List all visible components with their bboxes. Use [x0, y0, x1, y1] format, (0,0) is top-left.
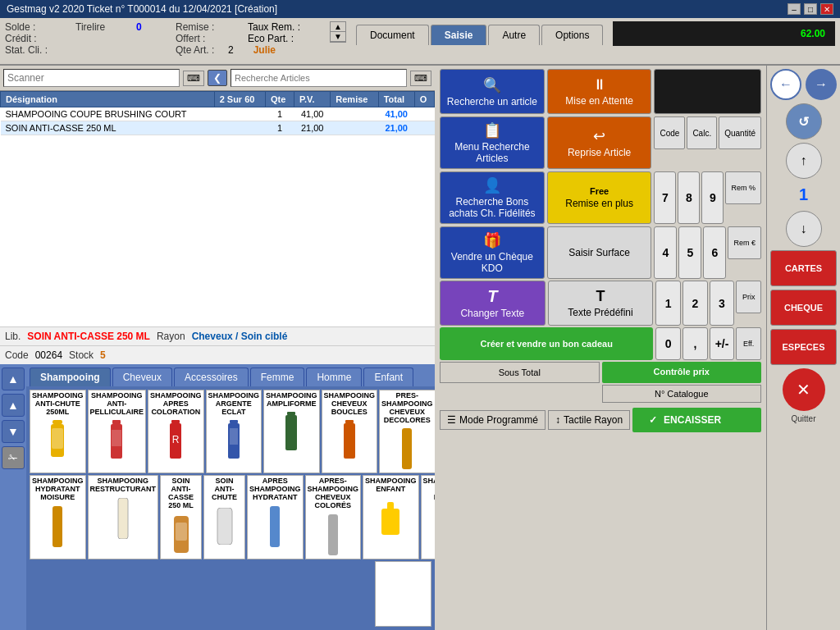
btn-recherche-article[interactable]: 🔍 Recherche un article — [440, 69, 545, 114]
header-tabs[interactable]: Document Saisie Autre Options — [353, 21, 606, 45]
svg-rect-3 — [112, 420, 121, 424]
row1-2sur60 — [214, 107, 265, 121]
quitter-button[interactable]: ✕ — [783, 368, 825, 411]
table-row[interactable]: SHAMPOOING COUPE BRUSHING COURT 1 41,00 … — [1, 107, 435, 121]
header-scroll[interactable]: ▲ ▼ — [330, 21, 346, 43]
num-4[interactable]: 4 — [654, 226, 677, 279]
tab-homme[interactable]: Homme — [306, 368, 362, 386]
catalog-item-hydratant[interactable]: SHAMPOOING HYDRATANT MOISURE — [30, 475, 86, 559]
catalog-item-restructurant[interactable]: SHAMPOOING RESTRUCTURANT — [88, 475, 159, 559]
catalog-item-pres-shampooing[interactable]: PRES-SHAMPOOING CHEVEUX DECOLORES — [379, 390, 435, 474]
catalog-item-apres-colores[interactable]: APRES-SHAMPOOING CHEVEUX COLORÉS — [305, 475, 362, 559]
catalog-item-cheveux-boucles[interactable]: SHAMPOOING CHEVEUX BOUCLES — [322, 390, 378, 474]
quantite-button[interactable]: Quantité — [719, 116, 761, 149]
btn-mise-en-attente[interactable]: ⏸ Mise en Attente — [547, 69, 652, 114]
prix-button[interactable]: Prix — [736, 281, 761, 313]
btn-saisir-surface[interactable]: Saisir Surface — [547, 226, 652, 279]
btn-label: Changer Texte — [460, 308, 524, 319]
scroll-up-button[interactable]: ▲ — [331, 22, 345, 32]
btn-recherche-bons[interactable]: 👤 Recherche Bons achats Ch. Fidélités — [440, 171, 545, 224]
catalog-item-shamp-enfant[interactable]: SHAMPOOING ENFANT — [363, 475, 419, 559]
minimize-button[interactable]: – — [788, 3, 801, 15]
articles-keyboard-button[interactable]: ⌨ — [410, 71, 431, 86]
catalog-row-3: Vendeurs(es) Par Ligne — [30, 561, 431, 627]
btn-cadeau[interactable]: Créer et vendre un bon cadeau — [440, 327, 653, 360]
nav-up2-button[interactable]: ▲ — [2, 394, 25, 417]
num-1[interactable]: 1 — [655, 281, 681, 326]
num-8[interactable]: 8 — [678, 171, 700, 224]
nav-up-button[interactable]: ↑ — [786, 143, 822, 179]
tab-femme[interactable]: Femme — [250, 368, 305, 386]
nav-right-button[interactable]: → — [806, 69, 837, 100]
btn-n-catalogue[interactable]: N° Catalogue — [602, 385, 762, 403]
tab-cheveux[interactable]: Cheveux — [112, 368, 172, 386]
num-2[interactable]: 2 — [682, 281, 708, 326]
catalog-item-anti-chute[interactable]: SHAMPOOING ANTI-CHUTE 250ML — [30, 390, 86, 474]
code-button[interactable]: Code — [654, 116, 685, 149]
tab-autre[interactable]: Autre — [488, 25, 540, 45]
catalog-tabs[interactable]: Shampooing Cheveux Accessoires Femme Hom… — [26, 364, 435, 386]
nav-down-button[interactable]: ↓ — [786, 211, 822, 247]
svg-rect-19 — [52, 506, 62, 547]
nav-down2-button[interactable]: ✁ — [2, 446, 25, 469]
eff-button[interactable]: Eff. — [736, 327, 761, 360]
close-button[interactable]: ✕ — [820, 3, 833, 15]
menu-icon: ☰ — [447, 414, 456, 426]
catalog-item-soin-anti-chute[interactable]: SOIN ANTI-CHUTE — [203, 475, 245, 559]
catalog-item-vendeurs[interactable]: Vendeurs(es) Par Ligne — [375, 561, 431, 627]
cartes-button[interactable]: CARTES — [770, 250, 837, 286]
scroll-down-button[interactable]: ▼ — [331, 32, 345, 42]
catalog-item-apres-coloration[interactable]: SHAMPOOING APRES COLORATION R — [148, 390, 204, 474]
catalog-item-soin-anti-casse[interactable]: SOIN ANTI-CASSE 250 ML — [160, 475, 202, 559]
tactile-rayon-button[interactable]: ↕ Tactile Rayon — [548, 410, 630, 430]
num-9[interactable]: 9 — [701, 171, 724, 224]
nav-blue-button[interactable]: ❮ — [208, 70, 227, 86]
tab-accessoires[interactable]: Accessoires — [174, 368, 249, 386]
nav-arrows[interactable]: ▲ ▲ ▼ ✁ — [0, 364, 26, 630]
calc-button[interactable]: Calc. — [687, 116, 717, 149]
num-6[interactable]: 6 — [703, 226, 726, 279]
btn-changer-texte[interactable]: T Changer Texte — [440, 281, 546, 326]
num-3[interactable]: 3 — [710, 281, 735, 326]
catalog-item-ampliforme[interactable]: SHAMPOOING AMPLIFORME — [263, 390, 320, 474]
rem-eur-button[interactable]: Rem € — [728, 226, 761, 259]
num-comma[interactable]: , — [682, 327, 708, 360]
btn-vendre-cheque[interactable]: 🎁 Vendre un Chèque KDO — [440, 226, 545, 279]
tab-options[interactable]: Options — [541, 25, 603, 45]
btn-remise-en-plus[interactable]: Free Remise en plus — [547, 171, 652, 224]
nav-left-button[interactable]: ← — [770, 69, 801, 100]
table-row[interactable]: SOIN ANTI-CASSE 250 ML 1 21,00 21,00 — [1, 121, 435, 135]
scanner-keyboard-button[interactable]: ⌨ — [183, 71, 204, 86]
catalog-item-argente[interactable]: SHAMPOOING ARGENTE ECLAT — [206, 390, 262, 474]
num-7[interactable]: 7 — [654, 171, 676, 224]
tab-document[interactable]: Document — [356, 25, 429, 45]
btn-label: Recherche un article — [447, 96, 537, 107]
especes-button[interactable]: ESPECES — [770, 329, 837, 365]
num-plusminus[interactable]: +/- — [710, 327, 735, 360]
window-controls[interactable]: – □ ✕ — [788, 3, 833, 15]
tab-enfant[interactable]: Enfant — [363, 368, 413, 386]
nav-rotate-button[interactable]: ↺ — [786, 103, 822, 139]
btn-menu-recherche[interactable]: 📋 Menu Recherche Articles — [440, 116, 545, 169]
nav-down-button[interactable]: ▼ — [2, 420, 25, 443]
btn-texte-predefini[interactable]: T Texte Prédéfini — [548, 281, 654, 326]
search-articles-input[interactable] — [231, 69, 407, 87]
btn-sous-total[interactable]: Sous Total — [440, 362, 600, 383]
catalog-item-apres-hydratant[interactable]: APRES SHAMPOOING HYDRATANT — [247, 475, 304, 559]
btn-reprise-article[interactable]: ↩ Reprise Article — [547, 116, 652, 169]
maximize-button[interactable]: □ — [804, 3, 817, 15]
mode-programme-button[interactable]: ☰ Mode Programmé — [440, 410, 546, 430]
tab-saisie[interactable]: Saisie — [431, 25, 487, 45]
cheque-button[interactable]: CHEQUE — [770, 290, 837, 326]
tab-shampooing[interactable]: Shampooing — [30, 368, 111, 386]
catalog-item-shamp-doux-enfant[interactable]: SHAMPOOING DOUX ENFANT — [421, 475, 435, 559]
rem-pct-button[interactable]: Rem % — [725, 171, 761, 204]
num-0[interactable]: 0 — [655, 327, 681, 360]
catalog-item-anti-pelliculaire[interactable]: SHAMPOOING ANTI-PELLICULAIRE — [88, 390, 147, 474]
num-5[interactable]: 5 — [678, 226, 701, 279]
scanner-input[interactable] — [3, 69, 180, 87]
encaisser-button[interactable]: ✓ ENCAISSER — [632, 408, 761, 432]
btn-ctrl-prix[interactable]: Contrôle prix — [602, 362, 762, 383]
nav-up-button[interactable]: ▲ — [2, 368, 25, 390]
col-qte: Qte — [266, 92, 294, 107]
